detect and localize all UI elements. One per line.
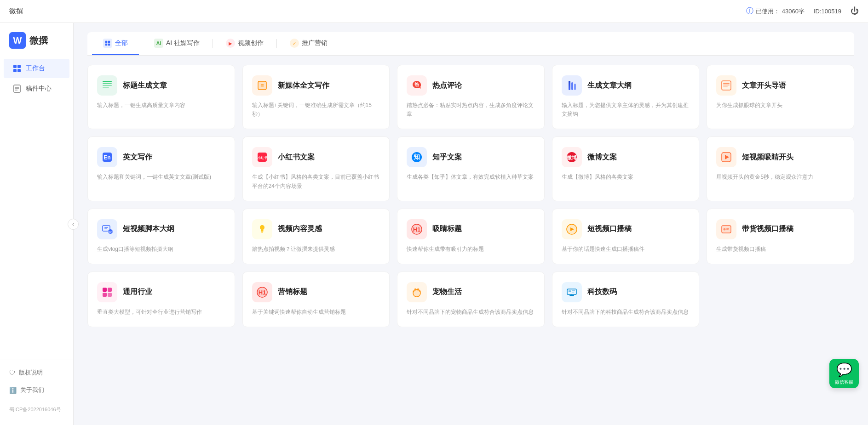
card-title-video-inspiration: 视频内容灵感 <box>278 224 322 234</box>
card-title-pet-life: 宠物生活 <box>432 287 462 297</box>
card-live-script[interactable]: 带货视频口播稿 生成带货视频口播稿 <box>707 209 854 264</box>
card-header: 短视频口播稿 <box>562 219 690 239</box>
svg-rect-28 <box>723 85 730 85</box>
card-title-short-video-script: 短视频脚本大纲 <box>123 224 174 234</box>
svg-rect-12 <box>105 44 108 46</box>
card-title-title-article: 标题生成文章 <box>123 81 167 91</box>
card-icon-hot-comment: 热 <box>407 75 427 96</box>
svg-rect-77 <box>572 292 574 293</box>
tab-social-icon: AI <box>154 39 163 48</box>
card-article-outline[interactable]: 生成文章大纲 输入标题，为您提供文章主体的灵感，并为其创建推文摘钩 <box>552 65 700 129</box>
card-desc-article-intro: 为你生成抓眼球的文章开头 <box>716 101 845 110</box>
tab-marketing[interactable]: ✓ 推广营销 <box>279 32 339 55</box>
svg-rect-62 <box>108 293 112 297</box>
card-marketing-title[interactable]: H1 营销标题 基于关键词快速帮你自动生成营销标题 <box>242 272 390 327</box>
svg-rect-42 <box>104 227 108 228</box>
card-title-weibo: 微博文案 <box>587 153 617 162</box>
card-title-article[interactable]: 标题生成文章 输入标题，一键生成高质量文章内容 <box>87 65 235 129</box>
sidebar-item-copyright[interactable]: 🛡 版权说明 <box>0 364 73 381</box>
card-desc-live-script: 生成带货视频口播稿 <box>716 245 845 254</box>
card-tech-digital[interactable]: 科技数码 针对不同品牌下的科技商品生成符合该商品卖点信息 <box>552 272 700 327</box>
card-icon-zhihu: 知 <box>407 147 427 167</box>
card-icon-video-inspiration <box>252 219 272 239</box>
svg-rect-59 <box>103 288 107 292</box>
card-icon-pet-life <box>407 282 427 302</box>
card-hot-comment[interactable]: 热 热点评论 踏热点必备：粘贴实时热点内容，生成多角度评论文章 <box>397 65 545 129</box>
topbar-title: 微撰 <box>9 7 23 16</box>
card-header: 微博 微博文案 <box>562 147 690 167</box>
card-short-video-hook[interactable]: 短视频吸睛开头 用视频开头的黄金5秒，稳定观众注意力 <box>707 136 854 201</box>
svg-rect-47 <box>261 232 263 233</box>
card-desc-pet-life: 针对不同品牌下的宠物商品生成符合该商品卖点信息 <box>407 308 535 317</box>
wechat-service-button[interactable]: 💬 微信客服 <box>829 359 859 388</box>
card-icon-short-video-hook <box>716 147 736 167</box>
sidebar-logo: W 微撰 <box>0 32 73 58</box>
svg-rect-72 <box>567 289 576 295</box>
about-icon: ℹ️ <box>9 387 17 394</box>
svg-rect-2 <box>13 65 17 68</box>
card-header: 短视频吸睛开头 <box>716 147 845 167</box>
card-header: 视频内容灵感 <box>252 219 380 239</box>
card-desc-tech-digital: 针对不同品牌下的科技商品生成符合该商品卖点信息 <box>562 308 690 317</box>
card-article-intro[interactable]: 文章开头导语 为你生成抓眼球的文章开头 <box>707 65 854 129</box>
cards-grid: 标题生成文章 输入标题，一键生成高质量文章内容 ≡ 新媒体全文写作 输入标题+关… <box>87 65 854 327</box>
svg-rect-58 <box>726 229 729 230</box>
svg-rect-60 <box>108 288 112 292</box>
card-icon-english-writing: En <box>97 147 117 167</box>
tab-video[interactable]: ▶ 视频创作 <box>215 32 275 55</box>
sidebar-nav: 工作台 稿件中心 <box>0 59 73 98</box>
sidebar-item-about[interactable]: ℹ️ 关于我们 <box>0 381 73 399</box>
card-icon-marketing-title: H1 <box>252 282 272 302</box>
sidebar-collapse-button[interactable]: ‹ <box>68 219 79 230</box>
card-zhihu[interactable]: 知 知乎文案 生成各类【知乎】体文章，有效完成软植入种草文案 <box>397 136 545 201</box>
svg-text:知: 知 <box>413 153 420 160</box>
card-title-hot-comment: 热点评论 <box>432 81 462 91</box>
card-xiaohongshu[interactable]: 小红书 小红书文案 生成【小红书】风格的各类文案，目前已覆盖小红书平台的24个内… <box>242 136 390 201</box>
tab-all[interactable]: 全部 <box>92 32 139 55</box>
svg-text:H1: H1 <box>413 226 421 233</box>
svg-text:H1: H1 <box>258 289 266 296</box>
card-title-attention-title: 吸睛标题 <box>432 224 462 234</box>
svg-point-69 <box>417 288 420 290</box>
card-short-video-script[interactable]: cam 短视频脚本大纲 生成vlog口播等短视频拍摄大纲 <box>87 209 235 264</box>
logout-button[interactable]: ⏻ <box>851 6 859 16</box>
tab-all-icon <box>103 39 112 48</box>
tab-marketing-icon: ✓ <box>290 39 299 48</box>
tab-social[interactable]: AI AI 社媒写作 <box>143 32 211 55</box>
svg-rect-10 <box>105 41 108 43</box>
card-short-video-script2[interactable]: 短视频口播稿 基于你的话题快速生成口播播稿件 <box>552 209 700 264</box>
svg-rect-4 <box>13 69 17 72</box>
card-video-inspiration[interactable]: 视频内容灵感 踏热点拍视频？让微撰来提供灵感 <box>242 209 390 264</box>
card-desc-video-inspiration: 踏热点拍视频？让微撰来提供灵感 <box>252 245 380 254</box>
card-header: 小红书 小红书文案 <box>252 147 380 167</box>
card-pet-life[interactable]: 宠物生活 针对不同品牌下的宠物商品生成符合该商品卖点信息 <box>397 272 545 327</box>
sidebar-bottom: 🛡 版权说明 ℹ️ 关于我们 <box>0 359 73 403</box>
icp-text: 蜀ICP备2022016046号 <box>0 403 73 416</box>
card-general-industry[interactable]: 通用行业 垂直类大模型，可针对全行业进行营销写作 <box>87 272 235 327</box>
svg-point-71 <box>419 290 421 292</box>
about-label: 关于我们 <box>20 386 44 394</box>
card-desc-hot-comment: 踏热点必备：粘贴实时热点内容，生成多角度评论文章 <box>407 101 535 119</box>
card-title-zhihu: 知乎文案 <box>432 153 462 162</box>
card-desc-zhihu: 生成各类【知乎】体文章，有效完成软植入种草文案 <box>407 173 535 181</box>
card-title-new-media-writing: 新媒体全文写作 <box>278 81 329 91</box>
card-title-live-script: 带货视频口播稿 <box>742 224 793 234</box>
card-header: ≡ 新媒体全文写作 <box>252 75 380 96</box>
sidebar-item-drafts[interactable]: 稿件中心 <box>4 79 69 98</box>
card-title-short-video-hook: 短视频吸睛开头 <box>742 153 793 162</box>
svg-rect-27 <box>723 83 730 84</box>
card-english-writing[interactable]: En 英文写作 输入标题和关键词，一键生成英文文章(测试版) <box>87 136 235 201</box>
tab-all-label: 全部 <box>115 39 128 47</box>
sidebar-item-workbench[interactable]: 工作台 <box>4 59 69 78</box>
usage-value: 43060字 <box>782 7 805 16</box>
svg-rect-75 <box>569 290 571 292</box>
card-title-xiaohongshu: 小红书文案 <box>278 153 315 162</box>
tab-marketing-label: 推广营销 <box>302 39 328 47</box>
card-new-media-writing[interactable]: ≡ 新媒体全文写作 输入标题+关键词，一键准确生成所需文章（约15秒） <box>242 65 390 129</box>
card-attention-title[interactable]: H1 吸睛标题 快速帮你生成带有吸引力的标题 <box>397 209 545 264</box>
card-desc-article-outline: 输入标题，为您提供文章主体的灵感，并为其创建推文摘钩 <box>562 101 690 119</box>
svg-text:微博: 微博 <box>566 155 577 160</box>
card-icon-article-intro <box>716 75 736 96</box>
card-weibo[interactable]: 微博 微博文案 生成【微博】风格的各类文案 <box>552 136 700 201</box>
card-desc-short-video-script: 生成vlog口播等短视频拍摄大纲 <box>97 245 225 254</box>
